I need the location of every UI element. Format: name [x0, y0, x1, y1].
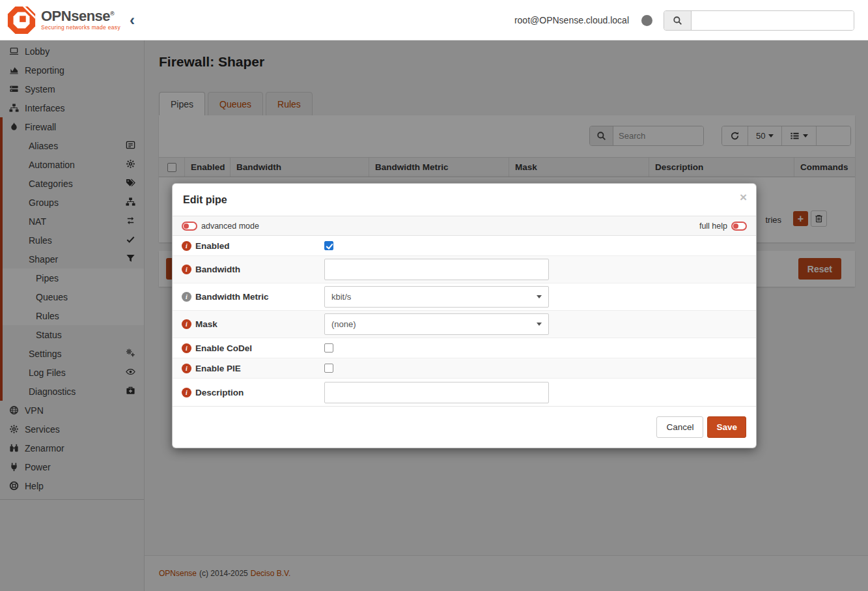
logged-in-user[interactable]: root@OPNsense.cloud.local	[514, 15, 629, 25]
bandwidth-input[interactable]	[324, 259, 549, 280]
info-icon[interactable]: i	[182, 319, 191, 329]
form-row-mask: iMask (none)	[173, 311, 756, 338]
advanced-mode-toggle-icon[interactable]	[182, 222, 197, 231]
modal-options-row: advanced mode full help	[173, 216, 756, 236]
form-row-bandwidth-metric: iBandwidth Metric kbit/s	[173, 283, 756, 311]
form-row-enable-pie: iEnable PIE	[173, 358, 756, 379]
description-input[interactable]	[324, 382, 549, 403]
chevron-down-icon	[537, 295, 542, 298]
close-icon[interactable]: ×	[740, 191, 747, 203]
info-icon[interactable]: i	[182, 364, 191, 373]
form-row-enable-codel: iEnable CoDel	[173, 338, 756, 358]
sidebar-collapse-icon[interactable]: ‹	[130, 12, 135, 28]
form-row-bandwidth: iBandwidth	[173, 256, 756, 283]
advanced-mode-label: advanced mode	[201, 222, 259, 231]
edit-pipe-modal: Edit pipe × advanced mode full help iEna…	[172, 183, 757, 448]
info-icon[interactable]: i	[182, 388, 191, 397]
opnsense-logo[interactable]: OPNsense® Securing networks made easy	[0, 5, 120, 35]
brand-name: OPNsense®	[41, 9, 120, 23]
enabled-checkbox[interactable]	[324, 241, 333, 250]
enable-codel-checkbox[interactable]	[324, 343, 333, 353]
info-icon[interactable]: i	[182, 343, 191, 353]
info-icon[interactable]: i	[182, 241, 191, 251]
form-row-description: iDescription	[173, 379, 756, 406]
chevron-down-icon	[537, 323, 542, 326]
header-search-input[interactable]	[692, 11, 854, 30]
opnsense-logo-icon	[7, 5, 36, 35]
status-dot	[641, 15, 652, 26]
app-header: OPNsense® Securing networks made easy ‹ …	[0, 0, 868, 40]
bandwidth-metric-select[interactable]: kbit/s	[324, 286, 549, 308]
full-help-label: full help	[699, 222, 727, 231]
modal-title: Edit pipe	[183, 194, 227, 206]
brand-tagline: Securing networks made easy	[41, 25, 120, 31]
header-search	[664, 10, 854, 31]
save-button[interactable]: Save	[707, 416, 746, 438]
form-row-enabled: iEnabled	[173, 236, 756, 256]
info-icon[interactable]: i	[182, 292, 191, 302]
mask-select[interactable]: (none)	[324, 313, 549, 335]
full-help-toggle-icon[interactable]	[731, 222, 747, 231]
enable-pie-checkbox[interactable]	[324, 364, 333, 373]
info-icon[interactable]: i	[182, 265, 191, 274]
cancel-button[interactable]: Cancel	[656, 416, 703, 438]
search-icon	[664, 11, 692, 30]
